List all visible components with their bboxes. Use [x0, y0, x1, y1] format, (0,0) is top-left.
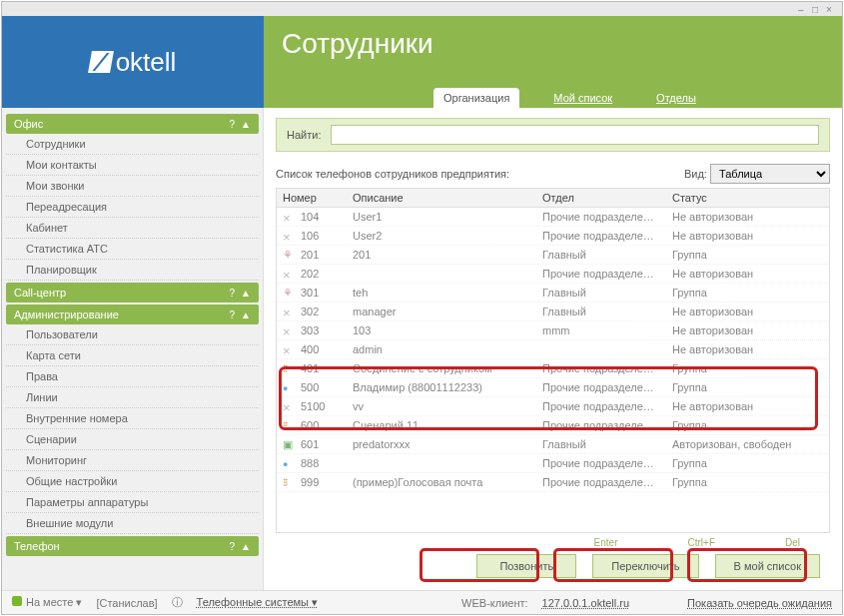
search-input[interactable]: [331, 125, 819, 145]
collapse-icon[interactable]: ▲: [241, 119, 251, 130]
presence-indicator[interactable]: На месте ▾: [12, 596, 82, 609]
table-row[interactable]: 302managerГлавныйНе авторизован: [277, 303, 829, 321]
sidebar-item-Параметры аппаратуры[interactable]: Параметры аппаратуры: [6, 492, 259, 513]
cell-status: Группа: [672, 419, 822, 431]
sidebar-item-Переадресация[interactable]: Переадресация: [6, 197, 259, 218]
cell-number: 301: [301, 287, 319, 299]
table-row[interactable]: 303103mmmНе авторизован: [277, 321, 829, 340]
tolist-button[interactable]: В мой список: [715, 554, 820, 578]
col-status[interactable]: Статус: [672, 192, 822, 204]
hint-ctrlf: Ctrl+F: [687, 537, 715, 548]
status-icon: [283, 287, 295, 299]
tab-bar: ОрганизацияМой списокОтделы: [433, 88, 706, 108]
sidebar-group-Офис[interactable]: Офис?▲: [6, 114, 259, 134]
sidebar-item-Кабинет[interactable]: Кабинет: [6, 218, 259, 239]
table-row[interactable]: 301tehГлавныйГруппа: [277, 284, 829, 303]
status-user: [Станислав]: [96, 597, 157, 609]
cell-desc: vv: [353, 400, 542, 412]
table-row[interactable]: 5100vvПрочие подразделе…Не авторизован: [277, 397, 829, 416]
minimize-icon[interactable]: –: [798, 4, 808, 14]
table-row[interactable]: 999(пример)Голосовая почтаПрочие подразд…: [277, 473, 829, 492]
cell-number: 104: [301, 211, 319, 223]
view-control: Вид: Таблица: [684, 164, 830, 184]
sidebar-item-Сценарии[interactable]: Сценарии: [6, 429, 259, 450]
search-row: Найти:: [276, 118, 830, 152]
sidebar-group-Администрирование[interactable]: Администрирование?▲: [6, 305, 259, 324]
help-icon[interactable]: ?: [230, 119, 236, 130]
switch-button[interactable]: Переключить: [592, 554, 698, 578]
close-icon[interactable]: ×: [826, 4, 836, 14]
table-row[interactable]: 400adminНе авторизован: [277, 340, 829, 359]
col-number[interactable]: Номер: [283, 192, 353, 204]
cell-dept: Прочие подразделе…: [542, 230, 672, 242]
cell-number: 600: [301, 419, 319, 431]
sidebar-item-Общие настройки[interactable]: Общие настройки: [6, 471, 259, 492]
cell-number: 302: [301, 306, 319, 317]
table-row[interactable]: 202Прочие подразделе…Не авторизован: [277, 265, 829, 284]
cell-status: Не авторизован: [672, 268, 822, 280]
col-dept[interactable]: Отдел: [542, 192, 672, 204]
sidebar-item-Статистика АТС[interactable]: Статистика АТС: [6, 239, 259, 260]
web-client-url[interactable]: 127.0.0.1.oktell.ru: [542, 597, 629, 609]
help-icon[interactable]: ?: [230, 288, 236, 299]
cell-status: Группа: [672, 457, 822, 469]
sidebar-group-Телефон[interactable]: Телефон?▲: [6, 536, 259, 556]
cell-status: Не авторизован: [672, 343, 822, 355]
tab-Организация[interactable]: Организация: [433, 88, 519, 108]
status-icon: [283, 268, 295, 280]
table-row[interactable]: 401Соединение с сотрудникомПрочие подраз…: [277, 359, 829, 378]
tab-Мой список[interactable]: Мой список: [543, 88, 622, 108]
cell-number: 999: [301, 476, 319, 488]
sidebar-item-Внешние модули[interactable]: Внешние модули: [6, 513, 259, 534]
cell-dept: Прочие подразделе…: [542, 400, 672, 412]
sidebar-item-Карта сети[interactable]: Карта сети: [6, 345, 259, 366]
show-queue-link[interactable]: Показать очередь ожидания: [687, 597, 832, 609]
table-row[interactable]: 201201ГлавныйГруппа: [277, 246, 829, 265]
collapse-icon[interactable]: ▲: [241, 288, 251, 299]
sidebar-item-Планировщик[interactable]: Планировщик: [6, 260, 259, 281]
sidebar-item-Пользователи[interactable]: Пользователи: [6, 324, 259, 345]
sidebar-item-Линии[interactable]: Линии: [6, 387, 259, 408]
status-icon: [283, 476, 295, 488]
cell-status: Не авторизован: [672, 211, 822, 223]
cell-status: Группа: [672, 249, 822, 261]
sidebar-item-Сотрудники[interactable]: Сотрудники: [6, 134, 259, 155]
call-button[interactable]: Позвонить: [476, 554, 576, 578]
status-icon: [283, 381, 295, 393]
maximize-icon[interactable]: □: [812, 4, 822, 14]
cell-desc: Соединение с сотрудником: [353, 362, 542, 374]
collapse-icon[interactable]: ▲: [241, 541, 251, 552]
status-company[interactable]: Телефонные системы ▾: [197, 596, 319, 609]
sidebar-item-Мониторинг[interactable]: Мониторинг: [6, 450, 259, 471]
button-row: Позвонить Переключить В мой список: [276, 548, 830, 584]
help-icon[interactable]: ?: [230, 309, 236, 320]
cell-dept: Прочие подразделе…: [542, 419, 672, 431]
help-icon[interactable]: ?: [230, 541, 236, 552]
cell-desc: User1: [353, 211, 542, 223]
status-icon: [283, 249, 295, 261]
sidebar-item-Внутренние номера[interactable]: Внутренние номера: [6, 408, 259, 429]
cell-status: Не авторизован: [672, 324, 822, 336]
table-row[interactable]: 600Сценарий 11Прочие подразделе…Группа: [277, 416, 829, 435]
table-row[interactable]: 500Владимир (88001112233)Прочие подразде…: [277, 378, 829, 397]
sidebar-group-Call-центр[interactable]: Call-центр?▲: [6, 283, 259, 303]
sidebar-item-Мои звонки[interactable]: Мои звонки: [6, 176, 259, 197]
col-desc[interactable]: Описание: [353, 192, 542, 204]
web-client-label: WEB-клиент:: [461, 597, 528, 609]
sidebar-item-Права[interactable]: Права: [6, 366, 259, 387]
logo-text: oktell: [116, 47, 177, 78]
info-icon[interactable]: ⓘ: [172, 595, 183, 610]
status-icon: [283, 457, 295, 469]
table-row[interactable]: 104User1Прочие подразделе…Не авторизован: [277, 208, 829, 227]
status-icon: [283, 306, 295, 317]
sidebar-item-Мои контакты[interactable]: Мои контакты: [6, 155, 259, 176]
window-controls: – □ ×: [2, 2, 842, 16]
cell-dept: mmm: [542, 324, 672, 336]
table-row[interactable]: 601predatorxxxГлавныйАвторизован, свобод…: [277, 435, 829, 454]
table-row[interactable]: 106User2Прочие подразделе…Не авторизован: [277, 227, 829, 246]
grid-header: Номер Описание Отдел Статус: [277, 189, 829, 208]
tab-Отделы[interactable]: Отделы: [646, 88, 706, 108]
table-row[interactable]: 888Прочие подразделе…Группа: [277, 454, 829, 473]
view-select[interactable]: Таблица: [710, 164, 830, 184]
collapse-icon[interactable]: ▲: [241, 309, 251, 320]
